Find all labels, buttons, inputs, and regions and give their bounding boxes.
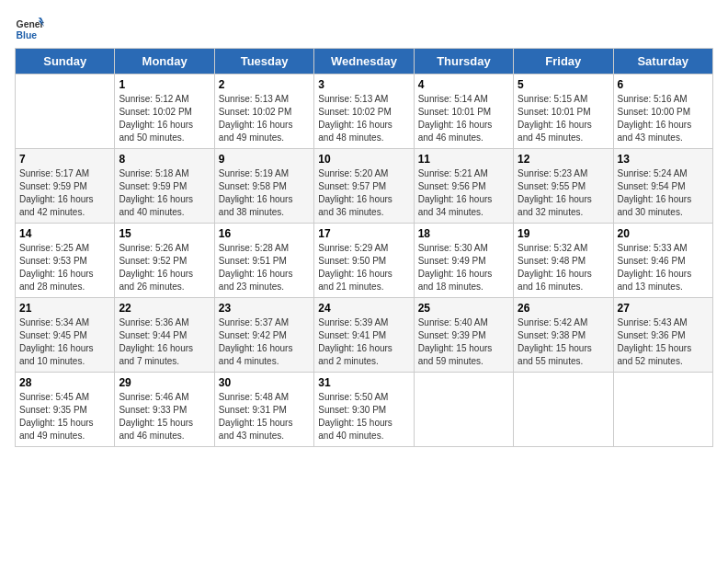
day-number: 22 — [119, 302, 210, 315]
day-number: 5 — [518, 78, 609, 91]
day-info: Sunrise: 5:37 AM Sunset: 9:42 PM Dayligh… — [219, 316, 310, 368]
calendar-cell: 14Sunrise: 5:25 AM Sunset: 9:53 PM Dayli… — [16, 224, 115, 298]
day-number: 10 — [318, 153, 409, 166]
day-number: 24 — [318, 302, 409, 315]
day-info: Sunrise: 5:25 AM Sunset: 9:53 PM Dayligh… — [19, 242, 110, 293]
day-number: 19 — [518, 227, 609, 240]
calendar-cell — [514, 373, 613, 447]
day-info: Sunrise: 5:12 AM Sunset: 10:02 PM Daylig… — [119, 93, 210, 144]
day-number: 13 — [618, 153, 709, 166]
day-number: 7 — [19, 153, 110, 166]
weekday-header-saturday: Saturday — [613, 49, 712, 75]
weekday-header-tuesday: Tuesday — [214, 49, 313, 75]
calendar-cell: 17Sunrise: 5:29 AM Sunset: 9:50 PM Dayli… — [314, 224, 414, 298]
day-info: Sunrise: 5:15 AM Sunset: 10:01 PM Daylig… — [518, 93, 609, 144]
calendar-cell: 3Sunrise: 5:13 AM Sunset: 10:02 PM Dayli… — [314, 75, 414, 149]
calendar-cell: 26Sunrise: 5:42 AM Sunset: 9:38 PM Dayli… — [514, 298, 613, 373]
svg-text:Blue: Blue — [17, 30, 38, 40]
day-info: Sunrise: 5:17 AM Sunset: 9:59 PM Dayligh… — [19, 167, 110, 219]
calendar-cell: 29Sunrise: 5:46 AM Sunset: 9:33 PM Dayli… — [115, 373, 214, 447]
calendar-cell: 15Sunrise: 5:26 AM Sunset: 9:52 PM Dayli… — [115, 224, 214, 298]
calendar-cell: 20Sunrise: 5:33 AM Sunset: 9:46 PM Dayli… — [613, 224, 712, 298]
day-info: Sunrise: 5:30 AM Sunset: 9:49 PM Dayligh… — [418, 242, 509, 293]
calendar-cell: 13Sunrise: 5:24 AM Sunset: 9:54 PM Dayli… — [613, 149, 712, 224]
day-info: Sunrise: 5:13 AM Sunset: 10:02 PM Daylig… — [318, 93, 409, 144]
calendar-body: 1Sunrise: 5:12 AM Sunset: 10:02 PM Dayli… — [16, 75, 713, 447]
calendar-cell: 25Sunrise: 5:40 AM Sunset: 9:39 PM Dayli… — [414, 298, 513, 373]
day-number: 1 — [119, 78, 210, 91]
day-number: 14 — [19, 227, 110, 240]
day-number: 23 — [219, 302, 310, 315]
day-number: 21 — [19, 302, 110, 315]
calendar-cell: 12Sunrise: 5:23 AM Sunset: 9:55 PM Dayli… — [514, 149, 613, 224]
day-info: Sunrise: 5:13 AM Sunset: 10:02 PM Daylig… — [219, 93, 310, 144]
calendar-cell: 6Sunrise: 5:16 AM Sunset: 10:00 PM Dayli… — [613, 75, 712, 149]
day-number: 28 — [19, 376, 110, 389]
day-number: 18 — [418, 227, 509, 240]
calendar-cell — [414, 373, 513, 447]
day-number: 30 — [219, 376, 310, 389]
calendar-cell: 18Sunrise: 5:30 AM Sunset: 9:49 PM Dayli… — [414, 224, 513, 298]
calendar-table: SundayMondayTuesdayWednesdayThursdayFrid… — [15, 48, 713, 447]
calendar-cell: 21Sunrise: 5:34 AM Sunset: 9:45 PM Dayli… — [16, 298, 115, 373]
calendar-cell: 8Sunrise: 5:18 AM Sunset: 9:59 PM Daylig… — [115, 149, 214, 224]
weekday-header-thursday: Thursday — [414, 49, 513, 75]
day-number: 12 — [518, 153, 609, 166]
calendar-cell: 16Sunrise: 5:28 AM Sunset: 9:51 PM Dayli… — [214, 224, 313, 298]
day-info: Sunrise: 5:20 AM Sunset: 9:57 PM Dayligh… — [318, 167, 409, 219]
calendar-cell: 11Sunrise: 5:21 AM Sunset: 9:56 PM Dayli… — [414, 149, 513, 224]
weekday-header-sunday: Sunday — [16, 49, 115, 75]
calendar-header: SundayMondayTuesdayWednesdayThursdayFrid… — [16, 49, 713, 75]
day-number: 26 — [518, 302, 609, 315]
day-info: Sunrise: 5:48 AM Sunset: 9:31 PM Dayligh… — [219, 391, 310, 442]
calendar-cell: 7Sunrise: 5:17 AM Sunset: 9:59 PM Daylig… — [16, 149, 115, 224]
calendar-week-2: 7Sunrise: 5:17 AM Sunset: 9:59 PM Daylig… — [16, 149, 713, 224]
weekday-header-wednesday: Wednesday — [314, 49, 414, 75]
calendar-week-5: 28Sunrise: 5:45 AM Sunset: 9:35 PM Dayli… — [16, 373, 713, 447]
day-info: Sunrise: 5:14 AM Sunset: 10:01 PM Daylig… — [418, 93, 509, 144]
calendar-cell: 9Sunrise: 5:19 AM Sunset: 9:58 PM Daylig… — [214, 149, 313, 224]
calendar-week-4: 21Sunrise: 5:34 AM Sunset: 9:45 PM Dayli… — [16, 298, 713, 373]
day-info: Sunrise: 5:46 AM Sunset: 9:33 PM Dayligh… — [119, 391, 210, 442]
logo: General Blue — [15, 15, 44, 44]
logo-icon: General Blue — [15, 15, 44, 44]
calendar-cell: 4Sunrise: 5:14 AM Sunset: 10:01 PM Dayli… — [414, 75, 513, 149]
calendar-cell: 30Sunrise: 5:48 AM Sunset: 9:31 PM Dayli… — [214, 373, 313, 447]
calendar-cell: 24Sunrise: 5:39 AM Sunset: 9:41 PM Dayli… — [314, 298, 414, 373]
day-info: Sunrise: 5:18 AM Sunset: 9:59 PM Dayligh… — [119, 167, 210, 219]
day-info: Sunrise: 5:50 AM Sunset: 9:30 PM Dayligh… — [318, 391, 409, 442]
calendar-cell: 22Sunrise: 5:36 AM Sunset: 9:44 PM Dayli… — [115, 298, 214, 373]
day-info: Sunrise: 5:29 AM Sunset: 9:50 PM Dayligh… — [318, 242, 409, 293]
day-number: 4 — [418, 78, 509, 91]
day-number: 25 — [418, 302, 509, 315]
weekday-header-row: SundayMondayTuesdayWednesdayThursdayFrid… — [16, 49, 713, 75]
day-number: 20 — [618, 227, 709, 240]
day-number: 15 — [119, 227, 210, 240]
day-info: Sunrise: 5:23 AM Sunset: 9:55 PM Dayligh… — [518, 167, 609, 219]
day-info: Sunrise: 5:32 AM Sunset: 9:48 PM Dayligh… — [518, 242, 609, 293]
weekday-header-monday: Monday — [115, 49, 214, 75]
calendar-cell: 27Sunrise: 5:43 AM Sunset: 9:36 PM Dayli… — [613, 298, 712, 373]
calendar-cell — [16, 75, 115, 149]
page-header: General Blue — [15, 15, 713, 44]
day-number: 9 — [219, 153, 310, 166]
day-info: Sunrise: 5:40 AM Sunset: 9:39 PM Dayligh… — [418, 316, 509, 368]
day-info: Sunrise: 5:39 AM Sunset: 9:41 PM Dayligh… — [318, 316, 409, 368]
calendar-cell: 1Sunrise: 5:12 AM Sunset: 10:02 PM Dayli… — [115, 75, 214, 149]
day-number: 2 — [219, 78, 310, 91]
day-number: 6 — [618, 78, 709, 91]
day-number: 16 — [219, 227, 310, 240]
day-number: 11 — [418, 153, 509, 166]
day-info: Sunrise: 5:24 AM Sunset: 9:54 PM Dayligh… — [618, 167, 709, 219]
day-number: 17 — [318, 227, 409, 240]
calendar-cell: 19Sunrise: 5:32 AM Sunset: 9:48 PM Dayli… — [514, 224, 613, 298]
day-info: Sunrise: 5:36 AM Sunset: 9:44 PM Dayligh… — [119, 316, 210, 368]
calendar-cell: 2Sunrise: 5:13 AM Sunset: 10:02 PM Dayli… — [214, 75, 313, 149]
day-number: 27 — [618, 302, 709, 315]
calendar-cell: 28Sunrise: 5:45 AM Sunset: 9:35 PM Dayli… — [16, 373, 115, 447]
day-number: 29 — [119, 376, 210, 389]
day-info: Sunrise: 5:43 AM Sunset: 9:36 PM Dayligh… — [618, 316, 709, 368]
day-info: Sunrise: 5:21 AM Sunset: 9:56 PM Dayligh… — [418, 167, 509, 219]
day-number: 8 — [119, 153, 210, 166]
day-number: 31 — [318, 376, 409, 389]
